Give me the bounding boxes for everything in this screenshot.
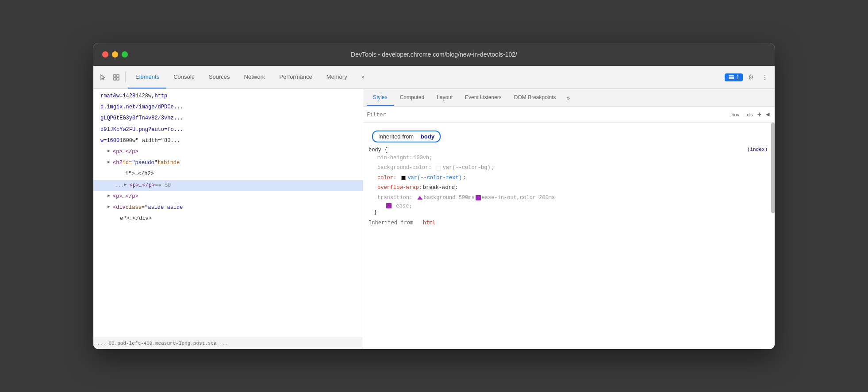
css-property-overflow-wrap: overflow-wrap: break-word; — [369, 183, 769, 192]
inherited-tag: Inherited from body — [372, 131, 441, 142]
styles-panel: Styles Computed Layout Event Listeners D… — [363, 89, 775, 349]
color-swatch-text[interactable] — [401, 176, 406, 180]
css-transition-continuation: ease; — [369, 203, 769, 209]
css-property-color: color: var(--color-text) ; — [369, 173, 769, 183]
breadcrumb: ... 00.pad-left-400.measure-long.post.st… — [93, 337, 363, 349]
css-property-transition: transition: background 500ms ease-in-out… — [369, 193, 769, 203]
transition-icon — [417, 196, 422, 200]
list-item: gLQPGtEG3y0fTn4v82/3vhz... — [93, 113, 363, 124]
link-http[interactable]: http — [154, 92, 167, 100]
list-item: ▶ <div class="aside aside — [93, 202, 363, 213]
subtab-nav: Styles Computed Layout Event Listeners D… — [363, 89, 775, 107]
link-glqp[interactable]: gLQPGtEG3y0fTn4v82/3vhz... — [100, 114, 183, 123]
css-closing-brace: } — [369, 209, 769, 216]
subtab-dom-breakpoints[interactable]: DOM Breakpoints — [508, 89, 562, 106]
css-property-background-color: background-color: var(--color-bg) ; — [369, 163, 769, 173]
triangle-icon[interactable]: ▶ — [108, 204, 113, 211]
maximize-button[interactable] — [122, 51, 128, 58]
devtools-window: DevTools - developer.chrome.com/blog/new… — [93, 43, 775, 349]
svg-rect-0 — [114, 75, 116, 77]
elements-content: rmat&w=1428 1428w, http d.imgix.net/imag… — [93, 89, 363, 337]
styles-content: Inherited from body (index) body { — [363, 123, 775, 349]
css-rule-body: (index) body { min-height: 100vh; b — [363, 145, 775, 218]
subtab-more[interactable]: » — [563, 89, 574, 106]
list-item: w=1600 1600w" width="80... — [93, 135, 363, 146]
css-property-min-height: min-height: 100vh; — [369, 153, 769, 163]
cls-button[interactable]: .cls — [744, 111, 755, 118]
cursor-icon[interactable] — [97, 71, 109, 84]
arrow-button[interactable]: ◀ — [764, 111, 771, 118]
main-content-area: rmat&w=1428 1428w, http d.imgix.net/imag… — [93, 89, 775, 349]
close-button[interactable] — [102, 51, 108, 58]
filter-bar: :hov .cls + ◀ — [363, 107, 775, 123]
main-toolbar: Elements Console Sources Network Perform… — [93, 66, 775, 89]
list-item: ▶ <p> … </p> — [93, 146, 363, 158]
color-swatch-bg[interactable] — [437, 166, 441, 170]
subtab-event-listeners[interactable]: Event Listeners — [459, 89, 508, 106]
triangle-icon[interactable]: ▶ — [108, 192, 113, 200]
toolbar-right: 1 ⚙ ⋮ — [725, 71, 771, 84]
triangle-icon[interactable]: ▶ — [124, 181, 130, 188]
filter-input[interactable] — [367, 111, 728, 118]
filter-buttons: :hov .cls + ◀ — [728, 111, 771, 118]
tab-more[interactable]: » — [354, 66, 372, 88]
inherited-from-html-header: Inherited from html — [363, 218, 775, 227]
link-imgix[interactable]: d.imgix.net/image/dPDCe... — [100, 103, 183, 111]
subtab-layout[interactable]: Layout — [430, 89, 459, 106]
window-title: DevTools - developer.chrome.com/blog/new… — [351, 51, 517, 58]
elements-panel: rmat&w=1428 1428w, http d.imgix.net/imag… — [93, 89, 363, 349]
list-item: ▶ <p> … </p> — [93, 191, 363, 202]
toolbar-separator — [125, 72, 126, 83]
svg-rect-4 — [729, 75, 734, 79]
css-selector-line: body { — [369, 147, 769, 153]
list-item: rmat&w=1428 1428w, http — [93, 91, 363, 102]
tab-memory[interactable]: Memory — [319, 66, 354, 88]
add-style-button[interactable]: + — [757, 111, 761, 118]
list-item: d.imgix.net/image/dPDCe... — [93, 102, 363, 113]
inspect-icon[interactable] — [110, 71, 123, 84]
settings-button[interactable]: ⚙ — [745, 71, 757, 84]
ease-swatch-2 — [386, 203, 392, 208]
tab-console[interactable]: Console — [166, 66, 202, 88]
traffic-lights — [102, 51, 128, 58]
notification-badge[interactable]: 1 — [725, 73, 743, 81]
hov-button[interactable]: :hov — [728, 111, 741, 118]
tab-performance[interactable]: Performance — [272, 66, 319, 88]
tab-sources[interactable]: Sources — [202, 66, 237, 88]
triangle-icon[interactable]: ▶ — [108, 148, 113, 155]
list-item-selected[interactable]: ... ▶ <p> … </p> == $0 — [93, 180, 363, 191]
scrollbar[interactable] — [771, 123, 775, 213]
svg-rect-2 — [114, 78, 116, 80]
tab-elements[interactable]: Elements — [128, 66, 166, 88]
list-item: ▶ <h2 id="pseudo" tabinde — [93, 158, 363, 169]
link-w1600[interactable]: w=1600 — [100, 137, 119, 145]
list-item: e">…</div> — [93, 213, 363, 224]
ease-swatch-1 — [476, 195, 481, 200]
inherited-from-body-header: Inherited from body — [367, 128, 771, 145]
more-options-button[interactable]: ⋮ — [759, 71, 771, 84]
list-item: d9lJKcYw2FU.png?auto=fo... — [93, 124, 363, 135]
subtab-computed[interactable]: Computed — [394, 89, 430, 106]
title-bar: DevTools - developer.chrome.com/blog/new… — [93, 43, 775, 66]
main-tab-nav: Elements Console Sources Network Perform… — [128, 66, 372, 88]
triangle-icon[interactable]: ▶ — [108, 159, 113, 166]
list-item: 1">…</h2> — [93, 169, 363, 180]
link-rmat[interactable]: rmat&w=1428 — [100, 92, 135, 100]
tab-network[interactable]: Network — [237, 66, 273, 88]
devtools-panel: Elements Console Sources Network Perform… — [93, 66, 775, 349]
link-d9lj[interactable]: d9lJKcYw2FU.png?auto=fo... — [100, 126, 183, 134]
source-link[interactable]: (index) — [747, 147, 768, 152]
svg-rect-1 — [117, 75, 119, 77]
subtab-styles[interactable]: Styles — [367, 89, 394, 106]
svg-rect-3 — [117, 78, 119, 80]
minimize-button[interactable] — [112, 51, 118, 58]
